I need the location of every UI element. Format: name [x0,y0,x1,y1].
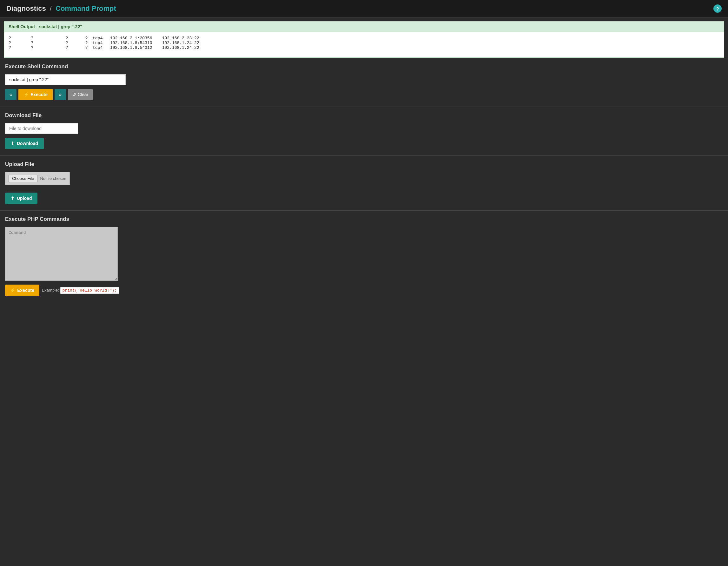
example-code: print("Hello World!"); [60,287,119,294]
download-button[interactable]: ⬇ Download [5,138,44,149]
execute-command-button[interactable]: ⚡ Execute [18,89,53,100]
php-btn-row: ⚡ Execute Example: print("Hello World!")… [5,285,723,296]
execute-php-title: Execute PHP Commands [5,216,723,222]
execute-label: Execute [30,92,48,97]
shell-output-body: ? ? ? ? tcp4 192.168.2.1:20356 192.168.2… [4,32,724,57]
bolt-icon: ⚡ [23,92,29,97]
shell-output-section: Shell Output - sockstat | grep ":22" ? ?… [4,21,724,58]
execute-shell-section: Execute Shell Command « ⚡ Execute » ↺ Cl… [0,58,728,107]
no-file-label: No file chosen [40,176,66,181]
help-icon[interactable]: ? [713,4,722,13]
upload-button[interactable]: ⬆ Upload [5,193,37,204]
download-file-section: Download File ⬇ Download [0,107,728,155]
execute-shell-btn-row: « ⚡ Execute » ↺ Clear [5,89,723,100]
choose-file-button[interactable]: Choose File [9,175,37,182]
execute-php-button[interactable]: ⚡ Execute [5,285,39,296]
download-file-input[interactable] [5,123,78,134]
file-chooser[interactable]: Choose File No file chosen [5,172,70,185]
breadcrumb-separator: / [50,4,52,12]
prev-command-button[interactable]: « [5,89,17,100]
execute-shell-title: Execute Shell Command [5,63,723,70]
next-command-button[interactable]: » [55,89,66,100]
php-example: Example: print("Hello World!"); [42,288,119,293]
download-label: Download [17,141,38,146]
upload-file-title: Upload File [5,161,723,168]
download-icon: ⬇ [11,141,15,146]
execute-php-section: Execute PHP Commands ⚡ Execute Example: … [0,210,728,302]
download-file-title: Download File [5,112,723,119]
page-title: Command Prompt [56,4,116,12]
upload-icon: ⬆ [11,196,15,201]
shell-output-header: Shell Output - sockstat | grep ":22" [4,22,724,32]
clear-button[interactable]: ↺ Clear [68,89,93,100]
execute-php-label: Execute [17,288,34,293]
upload-file-section: Upload File Choose File No file chosen ⬆… [0,155,728,210]
refresh-icon: ↺ [72,92,76,97]
php-command-textarea[interactable] [5,227,118,281]
brand-label: Diagnostics [6,4,46,12]
header: Diagnostics / Command Prompt ? [0,0,728,17]
example-label: Example: [42,288,59,293]
command-input[interactable] [5,74,126,85]
header-title: Diagnostics / Command Prompt [6,4,116,13]
bolt-icon-php: ⚡ [10,288,16,293]
clear-label: Clear [78,92,88,97]
upload-label: Upload [17,196,32,201]
